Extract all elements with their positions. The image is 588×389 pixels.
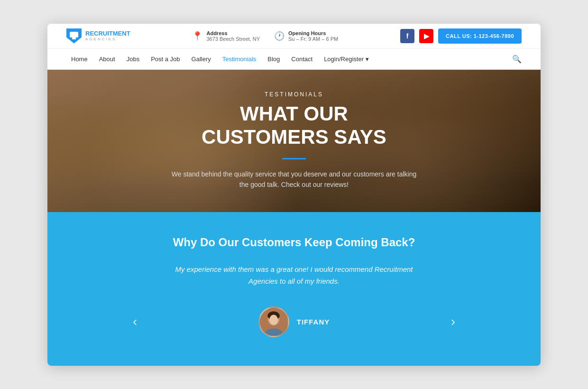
hours-value: Su – Fr: 9 AM – 6 PM [288,36,338,42]
hero-title-line2: CUSTOMERS SAYS [202,126,386,148]
nav-login-register[interactable]: Login/Register ▾ [319,49,373,69]
nav-blog[interactable]: Blog [263,49,285,69]
testimonials-title: Why Do Our Customers Keep Coming Back? [66,236,522,249]
logo-icon [66,28,82,44]
testimonial-author: TIFFANY [297,318,330,326]
youtube-icon[interactable]: ▶ [419,29,433,43]
address-value: 3673 Beech Street, NY [206,36,260,42]
avatar [258,306,289,337]
testimonials-section: Why Do Our Customers Keep Coming Back? M… [47,212,541,366]
header-right: f ▶ CALL US: 1-123-456-7890 [400,28,522,44]
logo-name: RECRUITMENT [85,30,130,37]
header-info: 📍 Address 3673 Beech Street, NY 🕐 Openin… [192,30,338,42]
prev-arrow-button[interactable]: ‹ [128,314,142,329]
hero-description: We stand behind the quality service that… [171,169,417,190]
nav-testimonials[interactable]: Testimonials [218,49,261,69]
testimonial-quote: My experience with them was a great one!… [161,263,427,287]
carousel-controls: ‹ TIFFANY [128,306,460,337]
nav-contact[interactable]: Contact [286,49,317,69]
browser-window: RECRUITMENT AGENCIES 📍 Address 3673 Beec… [47,24,541,366]
logo[interactable]: RECRUITMENT AGENCIES [66,28,130,44]
hours-info: 🕐 Opening Hours Su – Fr: 9 AM – 6 PM [274,30,338,42]
hero-section: TESTIMONIALS WHAT OUR CUSTOMERS SAYS We … [47,70,541,212]
hero-divider [282,158,306,159]
location-icon: 📍 [192,31,202,41]
nav-gallery[interactable]: Gallery [187,49,216,69]
svg-point-6 [269,315,278,325]
nav-post-job[interactable]: Post a Job [146,49,184,69]
site-header: RECRUITMENT AGENCIES 📍 Address 3673 Beec… [47,24,541,49]
hero-title-line1: WHAT OUR [240,102,348,125]
testimonial-profile: TIFFANY [258,306,330,337]
search-icon[interactable]: 🔍 [512,55,522,64]
clock-icon: 🕐 [274,31,285,41]
hero-title: WHAT OUR CUSTOMERS SAYS [171,102,417,148]
main-nav: Home About Jobs Post a Job Gallery Testi… [47,49,541,70]
hours-label: Opening Hours [288,30,338,36]
address-block: Address 3673 Beech Street, NY [206,30,260,42]
nav-about[interactable]: About [94,49,120,69]
svg-rect-0 [70,32,78,37]
logo-subtext: AGENCIES [85,37,130,41]
hours-block: Opening Hours Su – Fr: 9 AM – 6 PM [288,30,338,42]
nav-jobs[interactable]: Jobs [122,49,144,69]
address-label: Address [206,30,260,36]
nav-home[interactable]: Home [66,49,92,69]
next-arrow-button[interactable]: › [446,314,460,329]
address-info: 📍 Address 3673 Beech Street, NY [192,30,260,42]
call-cta-button[interactable]: CALL US: 1-123-456-7890 [438,28,522,44]
facebook-icon[interactable]: f [400,29,414,43]
hero-eyebrow: TESTIMONIALS [171,91,417,98]
hero-content: TESTIMONIALS WHAT OUR CUSTOMERS SAYS We … [171,91,417,190]
logo-text-block: RECRUITMENT AGENCIES [85,30,130,41]
nav-links: Home About Jobs Post a Job Gallery Testi… [66,49,374,69]
svg-rect-1 [72,37,76,39]
